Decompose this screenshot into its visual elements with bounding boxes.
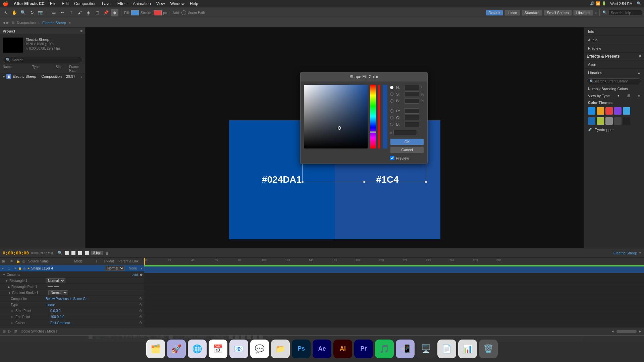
swatch-gray1[interactable] [605,117,613,125]
footer-icon2[interactable]: ▷ [8,329,11,334]
item-expand[interactable]: ▶ [3,75,5,78]
timeline-icon2[interactable]: ⬜ [64,251,69,255]
swatch-lime[interactable] [597,117,604,125]
timeline-icon7[interactable]: ≡ [639,251,641,255]
end-point-radio[interactable]: ○ [11,315,13,319]
prop-composite[interactable]: Composite Below Previous in Same Gr ⏱ [0,296,144,302]
dock-files[interactable]: 📁 [271,340,290,358]
hue-slider[interactable] [370,85,376,148]
toggle-switches[interactable]: Toggle Switches / Modes [20,329,57,333]
search-icon[interactable]: 🔍 [637,1,641,6]
dock-finder[interactable]: 🗂️ [146,340,165,358]
layer-lock-icon[interactable]: 🔒 [18,267,22,270]
footer-scroll-left[interactable]: ◂ [612,329,614,334]
eraser-tool[interactable]: ◻ [94,9,101,16]
menu-window[interactable]: Window [170,1,184,6]
dock-migration[interactable]: 📲 [396,340,415,358]
type-stopwatch[interactable]: ⏱ [139,303,143,307]
start-point-radio[interactable]: ○ [11,309,13,313]
radio-blue[interactable] [390,123,393,126]
menu-help[interactable]: Help [190,1,198,6]
libraries-btn[interactable]: Libraries [573,10,593,16]
timeline-icon3[interactable]: ⬜ [71,251,76,255]
select-tool[interactable]: ↖ [2,9,9,16]
g-input[interactable]: 78 [404,115,419,120]
libraries-search[interactable]: 🔍 [587,78,641,84]
hue-handle[interactable] [370,131,376,133]
swatch-orange[interactable] [597,107,604,115]
right-info[interactable]: Info [584,27,644,36]
prop-gradient-stroke[interactable]: Gradient Stroke 1 Normal [0,290,144,296]
search-icon2[interactable]: 🔍 [602,10,607,15]
blue-input[interactable]: 155 [404,122,419,127]
add-circle2[interactable]: ⊕ [140,273,143,277]
color-gradient[interactable] [304,85,368,148]
playhead[interactable] [144,258,145,265]
fill-color-swatch[interactable] [131,10,139,15]
rect1-mode-select[interactable]: Normal [46,278,65,283]
radio-r[interactable] [390,109,393,113]
project-item[interactable]: ▶ 📋 Electric Sheep Composition 29.97 ↕ [0,73,85,79]
dock-trash[interactable]: 🗑️ [479,340,498,358]
footer-scroll-right[interactable]: ▸ [639,329,641,334]
layer-vis-icon[interactable]: 👁 [14,267,17,270]
prop-type[interactable]: Type Linear ⏱ [0,302,144,308]
dock-notes[interactable]: 📄 [437,340,456,358]
puppet-tool[interactable]: 📌 [102,9,110,16]
dock-window-manager[interactable]: 🖥️ [417,340,435,358]
colors-radio[interactable]: ○ [11,321,13,325]
right-audio[interactable]: Audio [584,36,644,44]
pen-tool[interactable]: ✒ [59,9,66,16]
comp-tab[interactable]: Electric Sheep [42,21,66,25]
comp-menu[interactable]: ≡ [69,21,71,24]
layer-track-7[interactable] [144,307,644,313]
text-tool[interactable]: T [67,9,75,16]
project-search-input[interactable] [12,58,72,62]
project-panel-menu[interactable]: ≡ [80,29,83,33]
end-stopwatch[interactable]: ⏱ [139,315,143,319]
dock-illustrator[interactable]: Ai [333,340,352,358]
timeline-icon5[interactable]: ⬜ [85,251,89,255]
effects-menu[interactable]: ≡ [639,54,641,59]
prop-rect1[interactable]: Rectangle 1 Normal [0,278,144,284]
footer-icon1[interactable]: ⊞ [3,329,6,334]
swatch-gray2[interactable] [614,117,622,125]
prop-colors[interactable]: ○ Colors Edit Gradient... ⏱ [0,320,144,326]
dock-chrome[interactable]: 🌐 [188,340,207,358]
footer-icon3[interactable]: ⏱ [14,329,17,334]
radio-s[interactable] [390,93,393,96]
more-arrow[interactable]: » [595,11,597,15]
view-grid-btn[interactable]: ⊞ [627,94,630,98]
rect1-expand[interactable] [5,279,8,283]
layer-expand[interactable]: ▼ [1,267,4,270]
layer-track-9[interactable] [144,320,644,327]
prop-rect-path1[interactable]: Rectangle Path 1 [0,284,144,290]
gradient-expand[interactable] [8,291,11,295]
hex-input[interactable]: 1C4E9B [393,130,417,135]
cancel-button[interactable]: Cancel [390,146,424,153]
layer-track-5[interactable] [144,293,644,300]
project-search[interactable]: 🔍 [3,57,83,63]
timeline-icon6[interactable]: 🗑 [105,251,109,255]
swatch-blue1[interactable] [588,107,595,115]
radio-g[interactable] [390,116,393,119]
layer-track-2[interactable] [144,273,644,280]
right-align[interactable]: Align [584,60,644,69]
panel-arrows[interactable]: ◀ ▶ [3,21,9,24]
swatch-purple[interactable] [614,107,622,115]
dock-slack[interactable]: 💬 [250,340,269,358]
preview-checkbox[interactable] [390,156,394,160]
menu-edit[interactable]: Edit [62,1,69,6]
layer-track-8[interactable] [144,313,644,320]
dock-outlook[interactable]: 📧 [229,340,248,358]
stroke-color-swatch[interactable] [154,10,162,15]
swatch-cyan[interactable] [623,107,630,115]
layer-row-1[interactable]: ▼ 1 👁 🔒 ◎ ★ Shape Layer 4 Normal None ▾ [0,265,144,272]
camera-tool[interactable]: 📷 [37,9,44,16]
view-list-btn[interactable]: ≡ [638,94,640,98]
menu-effect[interactable]: Effect [117,1,127,6]
composite-stopwatch[interactable]: ⏱ [139,297,143,301]
add-button[interactable]: Add: [132,273,139,277]
dock-photoshop[interactable]: Ps [292,340,311,358]
lib-search-input[interactable] [594,79,634,83]
